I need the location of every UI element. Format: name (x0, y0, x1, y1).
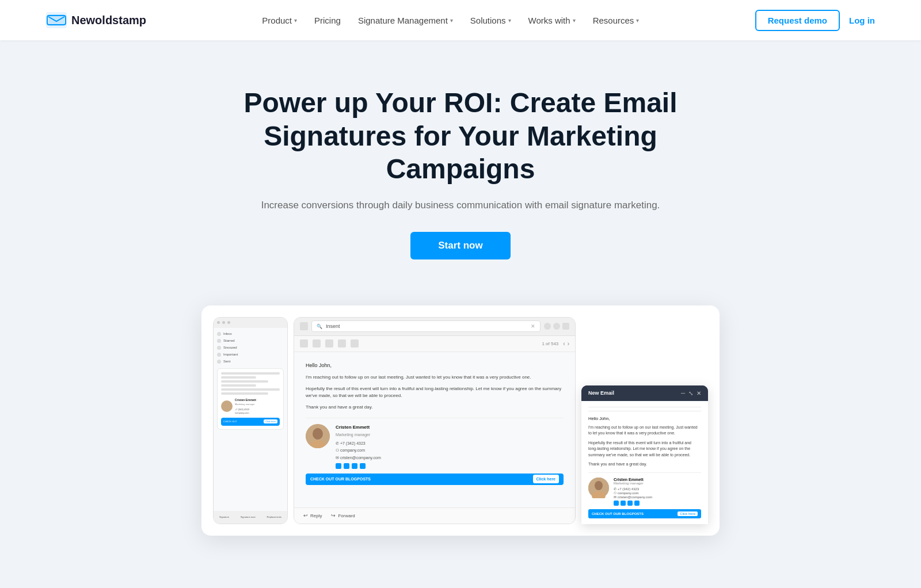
avatar (306, 424, 330, 448)
close-icon[interactable]: ✕ (697, 390, 701, 396)
mark-icon (325, 339, 333, 348)
minimize-icon[interactable]: ─ (681, 390, 685, 396)
phone-dot-2 (222, 321, 225, 324)
request-demo-button[interactable]: Request demo (755, 10, 840, 31)
nav-arrows: ‹ › (563, 341, 569, 347)
avatar (588, 478, 609, 498)
chevron-down-icon: ▾ (450, 17, 453, 24)
email-client-mockup: 🔍 Insent ✕ 1 of 543 (294, 317, 576, 524)
help-icon (544, 323, 551, 330)
compose-banner: CHECK OUT OUR BLOGPOSTS Click here (588, 509, 701, 518)
email-icons-row: 1 of 543 ‹ › (294, 336, 575, 352)
compose-body: Hello John, I'm reaching out to follow u… (581, 401, 708, 524)
avatar-image (306, 424, 330, 448)
email-signature-banner: CHECK OUT OUR BLOGPOSTS Click here (306, 474, 564, 485)
important-icon (217, 353, 221, 357)
phone-menu-starred: Starred (217, 338, 284, 343)
phone-menu-important: Important (217, 352, 284, 357)
mockup-container: Inbox Starred Snoozed Important (201, 306, 720, 536)
compose-header: New Email ─ ⤡ ✕ (581, 385, 708, 401)
to-divider (588, 411, 701, 411)
hero-subtitle: Increase conversions through daily busin… (261, 200, 660, 211)
email-signature-block: Cristen Emmett Marketing manager ✆ +7 (3… (306, 418, 564, 469)
phone-menu-snoozed: Snoozed (217, 345, 284, 350)
nav-pricing[interactable]: Pricing (307, 12, 348, 29)
email-body: Hello John, I'm reaching out to follow u… (294, 352, 575, 507)
label-icon (338, 339, 346, 348)
email-reply-row: ↩ Reply ↪ Forward (294, 507, 575, 524)
avatar-image (588, 478, 609, 498)
nav-actions: Request demo Log in (755, 10, 875, 31)
email-counter: 1 of 543 (542, 341, 558, 346)
email-line (221, 380, 268, 383)
expand-icon[interactable]: ⤡ (688, 390, 693, 396)
grid-icon (562, 323, 569, 330)
reply-arrow-icon: ↩ (303, 513, 308, 518)
phone-banner: CHECK OUT Click here (221, 418, 280, 426)
snooze-icon (217, 346, 221, 350)
facebook-icon (614, 501, 619, 506)
logo-text: Newoldstamp (71, 14, 146, 27)
logo-icon (46, 12, 67, 28)
email-sig-details: Cristen Emmett Marketing manager ✆ +7 (3… (336, 424, 381, 469)
facebook-icon (336, 463, 341, 469)
twitter-icon (344, 463, 349, 469)
more-icon (351, 339, 359, 348)
instagram-icon (634, 501, 640, 506)
compose-signature-block: Cristen Emmett Marketing manager ✆ +7 (3… (588, 472, 701, 506)
instagram-icon (360, 463, 366, 469)
phone-sig-details: +7 (342) 4323 company.com (235, 408, 256, 414)
phone-mockup: Inbox Starred Snoozed Important (213, 317, 288, 524)
email-search-bar[interactable]: 🔍 Insent ✕ (311, 320, 541, 332)
search-icon: 🔍 (317, 324, 322, 329)
nav-signature-management[interactable]: Signature Management ▾ (351, 12, 460, 29)
email-line (221, 376, 256, 379)
nav-resources[interactable]: Resources ▾ (586, 12, 646, 29)
nav-product[interactable]: Product ▾ (255, 12, 304, 29)
next-icon[interactable]: › (568, 341, 569, 347)
nav-links: Product ▾ Pricing Signature Management ▾… (255, 12, 646, 29)
prev-icon[interactable]: ‹ (563, 341, 565, 347)
avatar (221, 400, 233, 412)
login-button[interactable]: Log in (849, 16, 875, 25)
back-icon (300, 322, 308, 330)
inbox-icon (217, 332, 221, 336)
hero-title: Power up Your ROI: Create Email Signatur… (201, 86, 720, 186)
phone-sig-info: Cristen Emmett Marketing manager +7 (342… (235, 398, 256, 414)
clear-search-icon: ✕ (531, 323, 535, 329)
archive-icon (300, 339, 308, 348)
star-icon (217, 339, 221, 343)
compose-social-icons (614, 501, 652, 506)
forward-arrow-icon: ↪ (331, 513, 336, 518)
delete-icon (313, 339, 321, 348)
phone-dot-1 (217, 321, 220, 324)
linkedin-icon (627, 501, 633, 506)
subject-divider (588, 407, 701, 407)
phone-toolbar (214, 318, 287, 328)
nav-solutions[interactable]: Solutions ▾ (463, 12, 518, 29)
compose-window: New Email ─ ⤡ ✕ Hello John, I'm reaching… (581, 385, 708, 524)
nav-works-with[interactable]: Works with ▾ (522, 12, 583, 29)
email-line (221, 372, 280, 375)
social-icons (336, 463, 381, 469)
chevron-down-icon: ▾ (636, 17, 639, 24)
phone-menu-sent: Sent (217, 359, 284, 364)
phone-bottom-nav: Signature Signature auto Replacements (214, 511, 287, 524)
compose-controls: ─ ⤡ ✕ (681, 390, 701, 396)
linkedin-icon (352, 463, 357, 469)
toolbar-icons (544, 323, 569, 330)
mockup-section: Inbox Starred Snoozed Important (0, 306, 921, 570)
forward-button[interactable]: ↪ Forward (331, 513, 355, 518)
phone-dot-3 (227, 321, 230, 324)
chevron-down-icon: ▾ (294, 17, 297, 24)
email-line (221, 388, 280, 391)
reply-button[interactable]: ↩ Reply (303, 513, 322, 518)
logo-link[interactable]: Newoldstamp (46, 12, 146, 28)
sent-icon (217, 360, 221, 364)
chevron-down-icon: ▾ (573, 17, 576, 24)
hero-section: Power up Your ROI: Create Email Signatur… (0, 40, 921, 288)
start-now-button[interactable]: Start now (410, 232, 510, 259)
phone-sig-block: Cristen Emmett Marketing manager +7 (342… (221, 398, 280, 414)
phone-content: Inbox Starred Snoozed Important (214, 328, 287, 511)
email-line (221, 384, 256, 387)
